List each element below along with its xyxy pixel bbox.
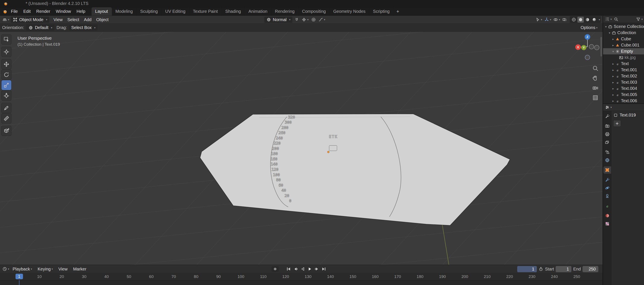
xray-toggle-button[interactable] xyxy=(562,17,568,22)
snap-target-button[interactable]: ▾ xyxy=(301,17,309,22)
outliner-row-text-006[interactable]: ▸aText.006 xyxy=(603,98,644,104)
outliner-row-text-002[interactable]: ▸aText.002 xyxy=(603,73,644,79)
menu-object[interactable]: Object xyxy=(94,17,111,22)
workspace-tab-compositing[interactable]: Compositing xyxy=(298,7,330,15)
outliner-row-empty[interactable]: ▾Empty xyxy=(603,48,644,54)
mode-select[interactable]: Object Mode ▾ xyxy=(11,17,49,23)
add-button[interactable]: + xyxy=(613,120,621,127)
workspace-tab-uv-editing[interactable]: UV Editing xyxy=(162,7,189,15)
workspace-tab-sculpting[interactable]: Sculpting xyxy=(136,7,162,15)
expander-icon[interactable]: ▸ xyxy=(611,43,615,47)
menu-window[interactable]: Window xyxy=(53,7,74,15)
expander-icon[interactable]: ▸ xyxy=(611,62,615,65)
expander-icon[interactable]: ▸ xyxy=(611,37,615,41)
auto-keying-button[interactable] xyxy=(272,266,279,272)
annotate-tool-button[interactable] xyxy=(2,103,11,113)
menu-edit[interactable]: Edit xyxy=(20,7,33,15)
wireframe-shading-button[interactable] xyxy=(570,17,577,23)
navigation-gizmo[interactable]: ZXY xyxy=(570,30,602,64)
falloff-button[interactable]: ▾ xyxy=(318,17,326,22)
expander-icon[interactable]: ▸ xyxy=(611,68,615,72)
workspace-tab-layout[interactable]: Layout xyxy=(92,7,112,15)
drag-setting-select[interactable]: Select Box ▾ xyxy=(69,24,98,31)
workspace-tab-scripting[interactable]: Scripting xyxy=(369,7,394,15)
workspace-tab-modeling[interactable]: Modeling xyxy=(112,7,136,15)
menu-keying[interactable]: Keying▾ xyxy=(35,267,56,272)
expander-icon[interactable]: ▸ xyxy=(611,74,615,78)
properties-tab-data[interactable]: a xyxy=(604,202,611,210)
workspace-tab-animation[interactable]: Animation xyxy=(245,7,271,15)
jump-start-button[interactable] xyxy=(286,266,292,272)
orientation-setting-select[interactable]: Default ▾ xyxy=(26,24,54,31)
properties-tab-physics[interactable] xyxy=(604,184,611,192)
expander-icon[interactable]: ▾ xyxy=(611,50,615,53)
workspace-tab-geometry-nodes[interactable]: Geometry Nodes xyxy=(330,7,369,15)
playhead-marker[interactable]: 1 xyxy=(16,274,23,279)
options-dropdown[interactable]: Options ▾ xyxy=(580,25,600,30)
zoom-button[interactable] xyxy=(592,65,599,72)
menu-playback[interactable]: Playback▾ xyxy=(10,267,35,272)
key-next-button[interactable] xyxy=(314,266,320,272)
expander-icon[interactable]: ▾ xyxy=(604,25,608,28)
playhead-line[interactable] xyxy=(19,280,20,285)
expander-icon[interactable]: ▸ xyxy=(611,93,615,96)
timeline-tracks[interactable] xyxy=(0,280,602,285)
current-frame-field[interactable]: 1 xyxy=(517,266,537,272)
measure-tool-button[interactable] xyxy=(2,113,11,123)
outliner-row-cube-001[interactable]: ▸Cube.001 xyxy=(603,42,644,48)
outliner-row-text-005[interactable]: ▸aText.005 xyxy=(603,91,644,98)
expander-icon[interactable]: ▸ xyxy=(611,81,615,84)
properties-tab-world[interactable] xyxy=(604,157,611,164)
snap-toggle-button[interactable] xyxy=(294,17,300,22)
jump-end-button[interactable] xyxy=(320,266,327,272)
properties-tab-render[interactable] xyxy=(604,122,611,130)
add-cube-tool-button[interactable] xyxy=(2,126,11,136)
outliner-row-scene-collection[interactable]: ▾Scene Collection xyxy=(603,23,644,30)
outliner-row-cube[interactable]: ▸Cube xyxy=(603,36,644,42)
scale-tool-button[interactable] xyxy=(2,80,11,90)
properties-tab-scene[interactable] xyxy=(604,148,611,156)
outliner-row-text-004[interactable]: ▸aText.004 xyxy=(603,85,644,91)
outliner-row-text-003[interactable]: ▸aText.003 xyxy=(603,79,644,85)
properties-tab-view-layer[interactable] xyxy=(604,139,611,146)
pan-hand-button[interactable] xyxy=(592,74,599,82)
selectability-button[interactable]: ▾ xyxy=(535,17,543,22)
start-frame-field[interactable]: 1 xyxy=(556,266,572,272)
rendered-shading-button[interactable] xyxy=(591,17,598,23)
workspace-tab-rendering[interactable]: Rendering xyxy=(271,7,298,15)
properties-tab-modifiers[interactable] xyxy=(604,176,611,183)
preview-range-icon[interactable] xyxy=(538,267,543,271)
editor-type-properties-button[interactable]: ▾ xyxy=(604,104,612,110)
camera-button[interactable] xyxy=(592,84,599,91)
menu-render[interactable]: Render xyxy=(34,7,53,15)
properties-tab-object[interactable] xyxy=(604,166,611,174)
rotate-tool-button[interactable] xyxy=(2,70,11,80)
editor-type-timeline-button[interactable]: ▾ xyxy=(2,266,10,272)
properties-tab-texture[interactable] xyxy=(604,220,611,227)
gizmos-button[interactable]: ▾ xyxy=(544,17,552,22)
editor-type-outliner-button[interactable]: ▾ xyxy=(604,16,612,22)
properties-tab-constraints[interactable] xyxy=(604,192,611,200)
move-tool-button[interactable] xyxy=(2,59,11,69)
outliner-row-collection[interactable]: ▾Collection xyxy=(603,30,644,36)
editor-type-3dview-button[interactable]: ▾ xyxy=(2,17,10,22)
outliner-row-text[interactable]: ▸aText xyxy=(603,61,644,67)
transform-orientation-select[interactable]: Normal ▾ xyxy=(264,17,292,23)
expander-icon[interactable]: ▾ xyxy=(608,31,612,34)
outliner-row-kk-jpg[interactable]: kk.jpg xyxy=(603,54,644,61)
menu-select[interactable]: Select xyxy=(65,17,82,22)
menu-file[interactable]: File xyxy=(8,7,20,15)
menu-marker[interactable]: Marker xyxy=(70,267,89,272)
menu-add[interactable]: Add xyxy=(82,17,94,22)
overlays-button[interactable]: ▾ xyxy=(553,17,561,22)
outliner-filter-button[interactable]: ▾ xyxy=(636,17,643,21)
material-shading-button[interactable] xyxy=(584,17,591,23)
end-frame-field[interactable]: 250 xyxy=(582,266,598,272)
workspace-tab-texture-paint[interactable]: Texture Paint xyxy=(189,7,222,15)
outliner-row-text-001[interactable]: ▸aText.001 xyxy=(603,67,644,73)
cursor-tool-button[interactable] xyxy=(2,47,11,57)
properties-tab-tool[interactable] xyxy=(604,113,611,120)
search-icon[interactable] xyxy=(614,17,618,21)
menu-help[interactable]: Help xyxy=(74,7,88,15)
menu-view[interactable]: View xyxy=(56,267,70,272)
